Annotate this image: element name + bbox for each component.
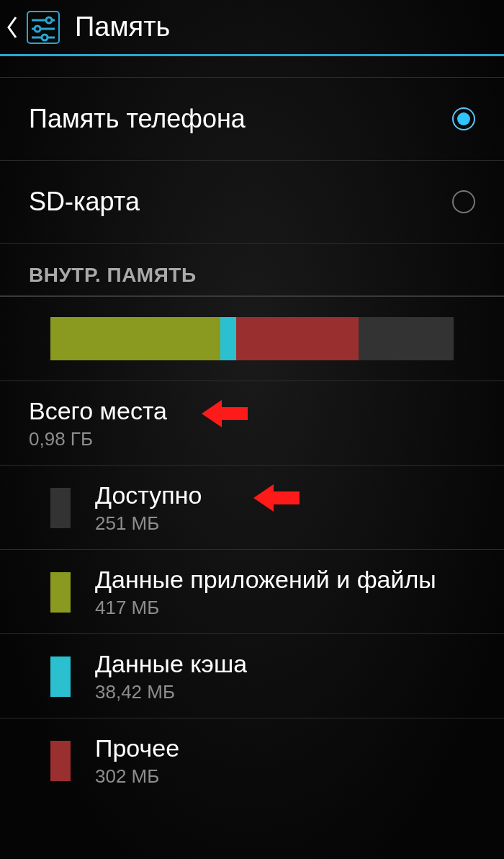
storage-usage-bar <box>50 317 454 360</box>
storage-item-available[interactable]: Доступно 251 МБ <box>0 466 504 550</box>
svg-point-4 <box>35 26 40 32</box>
usage-segment-free <box>359 317 454 360</box>
color-swatch-cache <box>50 657 71 697</box>
storage-option-phone-label: Память телефона <box>29 104 246 134</box>
storage-item-apps[interactable]: Данные приложений и файлы 417 МБ <box>0 550 504 634</box>
annotation-arrow-icon <box>202 397 248 430</box>
truncated-row <box>0 56 504 78</box>
storage-item-other-value: 302 МБ <box>95 765 179 788</box>
storage-option-sd-label: SD-карта <box>29 187 140 217</box>
storage-item-available-label: Доступно <box>95 481 202 509</box>
storage-item-cache[interactable]: Данные кэша 38,42 МБ <box>0 634 504 718</box>
storage-item-cache-label: Данные кэша <box>95 650 247 678</box>
storage-item-available-value: 251 МБ <box>95 512 202 535</box>
storage-item-other[interactable]: Прочее 302 МБ <box>0 718 504 802</box>
storage-option-phone[interactable]: Память телефона <box>0 78 504 161</box>
storage-item-total[interactable]: Всего места 0,98 ГБ <box>0 381 504 466</box>
app-header: Память <box>0 0 504 56</box>
color-swatch-other <box>50 741 71 781</box>
settings-sliders-icon[interactable] <box>23 7 63 48</box>
annotation-arrow-icon <box>253 481 300 515</box>
section-header-text: ВНУТР. ПАМЯТЬ <box>29 264 475 287</box>
color-swatch-free <box>50 488 71 528</box>
storage-item-total-value: 0,98 ГБ <box>29 428 167 450</box>
storage-item-apps-label: Данные приложений и файлы <box>95 566 475 594</box>
content: Память телефона SD-карта ВНУТР. ПАМЯТЬ В… <box>0 56 504 802</box>
usage-segment-apps <box>50 317 220 360</box>
radio-selected-icon[interactable] <box>452 107 475 130</box>
svg-marker-8 <box>253 484 300 512</box>
svg-point-2 <box>46 17 52 23</box>
svg-point-6 <box>42 35 48 40</box>
storage-item-other-label: Прочее <box>95 734 179 762</box>
storage-item-cache-value: 38,42 МБ <box>95 681 247 703</box>
storage-item-total-label: Всего места <box>29 397 167 425</box>
storage-option-sd[interactable]: SD-карта <box>0 161 504 244</box>
page-title: Память <box>75 12 170 43</box>
color-swatch-apps <box>50 572 71 613</box>
usage-segment-other <box>236 317 359 360</box>
back-chevron-icon[interactable] <box>6 14 19 40</box>
storage-usage-bar-row <box>0 297 504 381</box>
radio-unselected-icon[interactable] <box>452 190 475 213</box>
storage-item-apps-value: 417 МБ <box>95 597 475 619</box>
section-header-internal: ВНУТР. ПАМЯТЬ <box>0 244 504 297</box>
usage-segment-cache <box>220 317 236 360</box>
svg-marker-7 <box>202 400 248 427</box>
